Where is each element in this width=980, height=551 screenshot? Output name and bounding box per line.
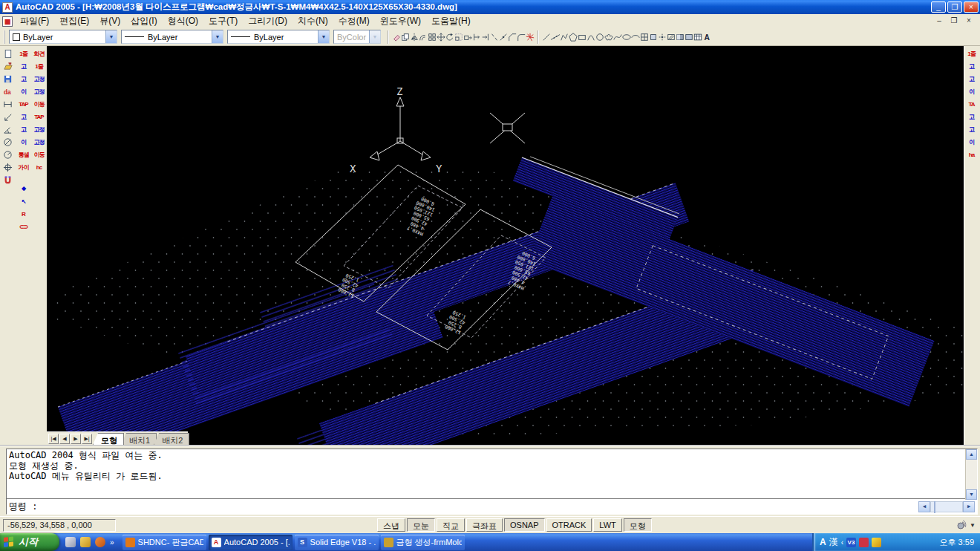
save-button[interactable] [1, 73, 15, 85]
tool-고[interactable]: 고 [964, 111, 979, 123]
taskbar-task[interactable]: SSolid Edge V18 - ... [295, 535, 379, 550]
tab-first-button[interactable]: |◀ [48, 434, 59, 444]
toolbar-grip[interactable] [4, 30, 7, 44]
dim-center-button[interactable] [1, 161, 15, 174]
tool-R[interactable]: R [16, 208, 30, 221]
menu-item[interactable]: 그리기(D) [243, 13, 293, 29]
tool-화견[interactable]: 화견 [32, 48, 46, 60]
menu-item[interactable]: 도구(T) [203, 13, 243, 29]
tool-TAP[interactable]: TAP [32, 111, 46, 123]
rotate-button[interactable] [445, 30, 454, 45]
break-button[interactable] [490, 30, 499, 45]
status-toggle-OTRACK[interactable]: OTRACK [546, 518, 592, 532]
command-horizontal-scrollbar[interactable]: ◀ ▶ [918, 501, 975, 512]
stretch-button[interactable] [463, 30, 472, 45]
status-toggle-LWT[interactable]: LWT [593, 518, 621, 532]
command-box[interactable]: AutoCAD 2004 형식 파일 여는 중.모형 재생성 중.AutoCAD… [6, 449, 978, 515]
fillet-button[interactable] [517, 30, 526, 45]
circle-button[interactable] [595, 30, 604, 45]
color-control-combo[interactable]: ByLayer ▼ [9, 30, 117, 44]
taskbar-task[interactable]: 금형 생성-frmMold... [381, 535, 465, 550]
trim-button[interactable] [472, 30, 481, 45]
status-toggle-OSNAP[interactable]: OSNAP [504, 518, 545, 532]
arc-button[interactable] [587, 30, 595, 45]
hatch-button[interactable] [667, 30, 676, 45]
tool-1줄[interactable]: 1줄 [964, 48, 979, 60]
tool-이[interactable]: 이 [964, 85, 979, 98]
tool-고[interactable]: 고 [16, 111, 30, 123]
status-toggle-스냅[interactable]: 스냅 [377, 518, 405, 532]
dim-linear-button[interactable] [1, 98, 15, 111]
tray-collapse-chevron[interactable]: ‹ [841, 538, 843, 547]
menu-item[interactable]: 편집(E) [54, 13, 94, 29]
tool-↖[interactable]: ↖ [16, 195, 30, 208]
tool-고[interactable]: 고 [16, 123, 30, 136]
minimize-button[interactable]: _ [931, 1, 946, 13]
menu-item[interactable]: 삽입(I) [125, 13, 162, 29]
tool-고[interactable]: 고 [964, 123, 979, 136]
taskbar-task[interactable]: SHDNC- 판금CAD... [122, 535, 206, 550]
open-red-button[interactable] [1, 60, 15, 73]
multiline-text-button[interactable]: A [702, 30, 711, 45]
region-button[interactable] [685, 30, 693, 45]
tool-고[interactable]: 고 [16, 60, 30, 73]
restore-button[interactable]: ❐ [947, 1, 962, 13]
doc-minimize-button[interactable]: – [934, 16, 944, 26]
insert-block-button[interactable] [640, 30, 649, 45]
command-vertical-scrollbar[interactable]: ▲ ▼ [965, 449, 977, 500]
tool-hc[interactable]: hc [32, 161, 46, 174]
table-button[interactable] [693, 30, 702, 45]
scrollbar-thumb[interactable] [934, 501, 935, 513]
tool-이[interactable]: 이 [16, 136, 30, 149]
communication-center-icon[interactable] [956, 520, 967, 531]
scroll-up-icon[interactable]: ▲ [966, 449, 977, 460]
gradient-button[interactable] [676, 30, 685, 45]
menu-item[interactable]: 파일(F) [15, 13, 54, 29]
tool-이[interactable]: 이 [964, 136, 979, 149]
quick-launch-overflow-chevron[interactable]: » [110, 538, 114, 547]
red-da-button[interactable]: da [1, 85, 15, 98]
polyline-button[interactable] [560, 30, 569, 45]
tab-last-button[interactable]: ▶| [82, 434, 92, 444]
quick-launch-icon-2[interactable] [80, 537, 91, 547]
polygon-button[interactable] [569, 30, 578, 45]
tool-TAP[interactable]: TAP [16, 98, 30, 111]
tool-고[interactable]: 고 [16, 73, 30, 85]
menu-item[interactable]: 뷰(V) [94, 13, 125, 29]
status-toggle-모형[interactable]: 모형 [624, 518, 652, 532]
tool-가이[interactable]: 가이 [16, 161, 30, 174]
line-button[interactable] [542, 30, 551, 45]
scrollbar-track[interactable] [930, 501, 963, 512]
quick-launch-icon-1[interactable] [65, 537, 76, 547]
tool-이[interactable]: 이 [16, 85, 30, 98]
move-button[interactable] [437, 30, 445, 45]
tool-고[interactable]: 고 [964, 60, 979, 73]
menu-item[interactable]: 도움말(H) [426, 13, 476, 29]
spline-button[interactable] [613, 30, 622, 45]
dim-radius-button[interactable] [1, 149, 15, 161]
tool-통셀[interactable]: 통셀 [16, 149, 30, 161]
tool-이동[interactable]: 이동 [32, 149, 46, 161]
quick-launch-icon-3[interactable] [95, 537, 105, 547]
chamfer-button[interactable] [508, 30, 517, 45]
osnap-magnet-button[interactable] [1, 174, 15, 186]
tool-1줄[interactable]: 1줄 [32, 60, 46, 73]
dim-angular-button[interactable] [1, 123, 15, 136]
tool-ha[interactable]: ha [964, 149, 979, 161]
copy-button[interactable] [401, 30, 410, 45]
status-toggle-모눈[interactable]: 모눈 [407, 518, 435, 532]
menu-item[interactable]: 형식(O) [163, 13, 203, 29]
start-button[interactable]: 시작 [0, 533, 59, 551]
tray-v3-icon[interactable]: V3 [846, 538, 856, 547]
tool-⊂⊃[interactable]: ⊂⊃ [16, 221, 30, 233]
revision-cloud-button[interactable] [604, 30, 613, 45]
status-menu-caret[interactable]: ▼ [970, 522, 976, 529]
drawing-canvas[interactable]: M4X0.74.48042.50065.000121.050140.0006.0… [47, 46, 964, 445]
ime-hanja-indicator[interactable]: 漢 [829, 536, 838, 549]
scale-button[interactable] [454, 30, 463, 45]
tool-고정[interactable]: 고정 [32, 136, 46, 149]
tool-고정[interactable]: 고정 [32, 73, 46, 85]
dim-diameter-button[interactable] [1, 136, 15, 149]
taskbar-task[interactable]: AAutoCAD 2005 - [... [209, 535, 293, 550]
lineweight-combo[interactable]: ByLayer ▼ [227, 30, 330, 44]
